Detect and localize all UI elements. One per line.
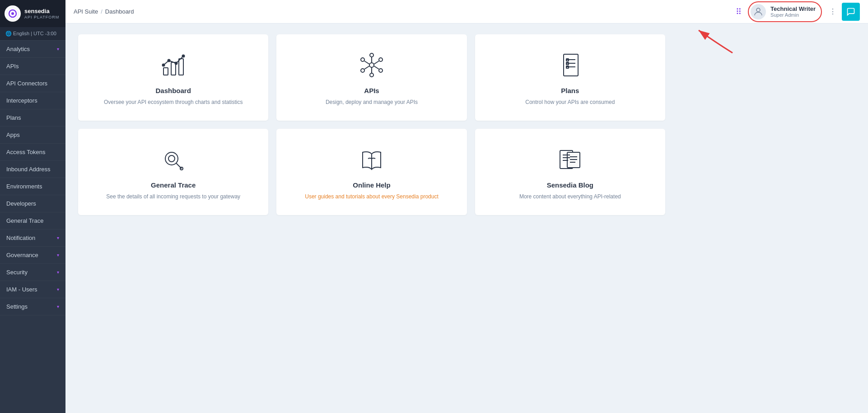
- sidebar-item-settings[interactable]: Settings ▾: [0, 298, 65, 315]
- sidebar: sensedia API PLATFORM 🌐 English | UTC -3…: [0, 0, 65, 413]
- brand-sub: API PLATFORM: [24, 15, 59, 19]
- brand-name: sensedia: [24, 8, 59, 15]
- svg-point-2: [11, 12, 14, 15]
- svg-point-9: [168, 60, 170, 62]
- sidebar-item-label: IAM - Users: [6, 286, 37, 293]
- sidebar-item-label: General Trace: [6, 217, 43, 224]
- chevron-down-icon: ▾: [57, 304, 59, 309]
- user-role: Super Admin: [770, 12, 816, 18]
- more-options-icon[interactable]: ⋮: [829, 7, 836, 16]
- card-general-trace[interactable]: General Trace See the details of all inc…: [78, 129, 268, 215]
- svg-point-3: [756, 8, 760, 12]
- svg-point-8: [162, 64, 164, 66]
- topbar-right: ⠿ Technical Writer Super Admin ⋮: [736, 1, 860, 22]
- sidebar-item-access-tokens[interactable]: Access Tokens: [0, 144, 65, 161]
- sidebar-item-label: API Connectors: [6, 80, 47, 87]
- sidebar-item-label: APIs: [6, 63, 19, 70]
- sidebar-item-governance[interactable]: Governance ▾: [0, 247, 65, 264]
- plans-icon: [555, 51, 584, 80]
- card-title: Dashboard: [155, 87, 191, 94]
- sidebar-item-iam-users[interactable]: IAM - Users ▾: [0, 281, 65, 298]
- svg-point-17: [370, 53, 373, 57]
- svg-point-33: [168, 155, 175, 162]
- sidebar-logo: sensedia API PLATFORM: [0, 0, 65, 27]
- card-title: Sensedia Blog: [547, 181, 593, 189]
- svg-point-13: [361, 58, 364, 61]
- chevron-down-icon: ▾: [57, 253, 59, 258]
- sidebar-item-label: Plans: [6, 114, 21, 121]
- sidebar-item-label: Analytics: [6, 46, 30, 52]
- card-desc: Design, deploy and manage your APIs: [326, 98, 418, 106]
- svg-point-11: [182, 55, 184, 57]
- card-desc: Control how your APIs are consumed: [525, 98, 615, 106]
- user-name: Technical Writer: [770, 5, 816, 12]
- sidebar-item-interceptors[interactable]: Interceptors: [0, 92, 65, 109]
- sidebar-item-label: Settings: [6, 303, 28, 310]
- breadcrumb-current: Dashboard: [105, 8, 134, 15]
- sidebar-item-security[interactable]: Security ▾: [0, 264, 65, 281]
- svg-rect-25: [564, 54, 578, 76]
- sidebar-item-label: Developers: [6, 200, 36, 207]
- locale-selector[interactable]: 🌐 English | UTC -3:00: [0, 27, 65, 41]
- svg-line-23: [374, 66, 379, 69]
- card-title: APIs: [364, 87, 379, 94]
- breadcrumb: API Suite / Dashboard: [74, 8, 134, 15]
- chevron-down-icon: ▾: [57, 235, 59, 240]
- sidebar-item-api-connectors[interactable]: API Connectors: [0, 75, 65, 92]
- sidebar-item-general-trace[interactable]: General Trace: [0, 212, 65, 230]
- svg-line-21: [364, 66, 369, 69]
- sidebar-item-environments[interactable]: Environments: [0, 178, 65, 195]
- sidebar-item-plans[interactable]: Plans: [0, 109, 65, 127]
- sidebar-item-label: Apps: [6, 131, 20, 138]
- card-online-help[interactable]: Online Help User guides and tutorials ab…: [276, 129, 467, 215]
- brand-icon: [5, 5, 21, 22]
- svg-point-15: [361, 69, 364, 72]
- card-desc: See the details of all incoming requests…: [106, 192, 240, 201]
- card-desc: More content about everything API-relate…: [519, 192, 621, 201]
- card-plans[interactable]: Plans Control how your APIs are consumed: [475, 34, 665, 121]
- main-area: API Suite / Dashboard ⠿ Technical Writer…: [65, 0, 868, 413]
- sidebar-item-label: Notification: [6, 235, 35, 241]
- general-trace-icon: [159, 145, 188, 174]
- card-dashboard[interactable]: Dashboard Oversee your API ecosystem thr…: [78, 34, 268, 121]
- sidebar-item-label: Interceptors: [6, 97, 37, 104]
- svg-rect-7: [179, 59, 183, 75]
- locale-label: 🌐 English | UTC -3:00: [5, 31, 56, 37]
- chevron-down-icon: ▾: [57, 47, 59, 52]
- avatar: [751, 4, 766, 19]
- sidebar-item-inbound-address[interactable]: Inbound Address: [0, 161, 65, 178]
- topbar: API Suite / Dashboard ⠿ Technical Writer…: [65, 0, 868, 23]
- card-sensedia-blog[interactable]: Sensedia Blog More content about everyth…: [475, 129, 665, 215]
- svg-point-12: [369, 63, 374, 67]
- sidebar-item-label: Governance: [6, 252, 38, 258]
- svg-rect-5: [163, 68, 168, 75]
- card-title: Online Help: [353, 181, 390, 189]
- online-help-icon: [357, 145, 386, 174]
- sidebar-item-label: Security: [6, 269, 28, 276]
- user-profile-box[interactable]: Technical Writer Super Admin: [748, 1, 822, 22]
- chat-icon[interactable]: [842, 3, 860, 21]
- sidebar-item-label: Access Tokens: [6, 149, 45, 155]
- svg-point-16: [379, 69, 383, 72]
- sensedia-blog-icon: [555, 145, 584, 174]
- card-desc: Oversee your API ecosystem through chart…: [104, 98, 243, 106]
- svg-point-10: [175, 62, 177, 65]
- sidebar-item-label: Inbound Address: [6, 166, 51, 173]
- grid-apps-icon[interactable]: ⠿: [736, 7, 742, 17]
- breadcrumb-root[interactable]: API Suite: [74, 8, 98, 15]
- sidebar-item-notification[interactable]: Notification ▾: [0, 230, 65, 247]
- sidebar-item-label: Environments: [6, 183, 42, 190]
- dashboard-cards-grid: Dashboard Oversee your API ecosystem thr…: [78, 34, 665, 215]
- card-title: Plans: [561, 87, 579, 94]
- card-title: General Trace: [151, 181, 196, 189]
- sidebar-item-analytics[interactable]: Analytics ▾: [0, 41, 65, 58]
- content-area: Dashboard Oversee your API ecosystem thr…: [65, 23, 868, 413]
- sidebar-item-apps[interactable]: Apps: [0, 127, 65, 144]
- card-apis[interactable]: APIs Design, deploy and manage your APIs: [276, 34, 467, 121]
- svg-line-22: [374, 61, 379, 64]
- svg-point-18: [370, 73, 373, 77]
- sidebar-item-developers[interactable]: Developers: [0, 195, 65, 212]
- svg-point-32: [165, 152, 178, 165]
- sidebar-item-apis[interactable]: APIs: [0, 58, 65, 75]
- dashboard-icon: [159, 51, 188, 80]
